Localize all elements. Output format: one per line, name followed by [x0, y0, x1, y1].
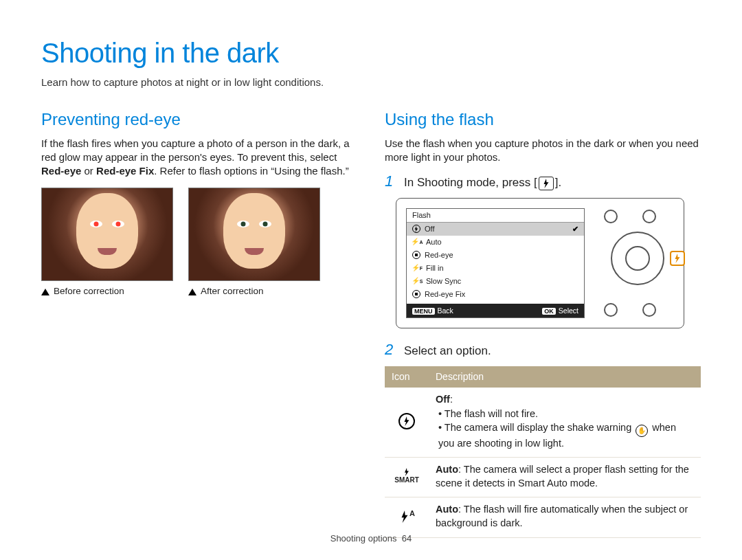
- check-icon: ✔: [572, 224, 578, 234]
- footer-section: Shooting options: [330, 533, 397, 544]
- step-2: 2 Select an option.: [385, 342, 701, 359]
- menu-pill: MENU: [412, 308, 435, 315]
- dpad: [611, 232, 664, 285]
- step-number-1: 1: [385, 174, 397, 189]
- flash-button-callout: [670, 251, 685, 266]
- after-caption: After correction: [201, 286, 264, 296]
- redeye-bold-1: Red-eye: [41, 165, 81, 177]
- camera-button: [604, 210, 618, 223]
- camera-button: [604, 303, 618, 317]
- flash-key-icon: [539, 177, 554, 190]
- redeye-paragraph: If the flash fires when you capture a ph…: [41, 137, 357, 179]
- menu-item-label: Slow Sync: [426, 276, 461, 287]
- footer-back[interactable]: MENUBack: [412, 306, 453, 315]
- menu-item-auto[interactable]: ⚡A Auto: [407, 236, 584, 249]
- footer-page-number: 64: [402, 533, 412, 544]
- menu-item-label: Auto: [426, 237, 442, 247]
- menu-item-label: Fill in: [426, 263, 444, 273]
- footer-select[interactable]: OKSelect: [542, 306, 578, 315]
- flash-options-table: Icon Description Off: The flash will not…: [385, 366, 701, 538]
- menu-item-label: Red-eye: [425, 250, 453, 260]
- footer-back-label: Back: [438, 306, 453, 315]
- flash-off-icon: [398, 413, 415, 429]
- row-auto-title: Auto: [436, 504, 458, 515]
- row-off-bullet-1: The flash will not fire.: [438, 407, 694, 421]
- redeye-text-post: . Refer to flash options in “Using the f…: [154, 165, 348, 177]
- row-auto-text: : The flash will fire automatically when…: [436, 504, 688, 528]
- triangle-up-icon: [188, 289, 196, 295]
- table-row: A Auto: The flash will fire automaticall…: [385, 497, 701, 537]
- menu-item-off[interactable]: Off ✔: [407, 223, 584, 236]
- table-header-desc: Description: [429, 366, 701, 388]
- step1-text-post: ].: [555, 176, 561, 189]
- menu-title: Flash: [407, 209, 584, 223]
- smart-auto-icon: SMART: [394, 468, 419, 484]
- row-smart-title: Auto: [436, 464, 458, 475]
- ok-pill: OK: [542, 308, 556, 315]
- menu-item-label: Off: [425, 224, 434, 234]
- step-number-2: 2: [385, 342, 397, 357]
- camera-screen: Flash Off ✔ ⚡A Auto Red-eye: [406, 208, 585, 318]
- row-off-b2-pre: The camera will display the shake warnin…: [445, 422, 634, 433]
- auto-sup: A: [409, 509, 414, 517]
- camera-button: [642, 303, 656, 317]
- after-photo: [188, 188, 320, 281]
- redeye-text-mid: or: [81, 165, 96, 177]
- shake-warning-icon: ✋: [636, 425, 648, 437]
- section-heading-flash: Using the flash: [385, 109, 701, 131]
- flash-auto-icon: ⚡A: [412, 238, 422, 246]
- row-off-bullet-2: The camera will display the shake warnin…: [438, 421, 694, 450]
- redeye-bold-2: Red-eye Fix: [96, 165, 154, 177]
- camera-button: [642, 210, 656, 223]
- red-eye-fix-icon: [412, 290, 420, 298]
- menu-item-redeye[interactable]: Red-eye: [407, 249, 584, 262]
- menu-item-fillin[interactable]: ⚡F Fill in: [407, 262, 584, 275]
- step2-text: Select an option.: [404, 342, 491, 359]
- menu-item-redeyefix[interactable]: Red-eye Fix: [407, 288, 584, 301]
- row-smart-text: : The camera will select a proper flash …: [436, 464, 689, 489]
- page-footer: Shooting options 64: [0, 533, 742, 545]
- triangle-up-icon: [41, 289, 49, 295]
- slow-sync-icon: ⚡S: [412, 277, 422, 285]
- flash-auto-icon: A: [400, 508, 414, 526]
- smart-label: SMART: [394, 476, 419, 484]
- flash-off-icon: [412, 225, 420, 233]
- before-caption: Before correction: [54, 286, 124, 296]
- menu-item-slowsync[interactable]: ⚡S Slow Sync: [407, 275, 584, 288]
- right-column: Using the flash Use the flash when you c…: [385, 109, 701, 537]
- after-photo-block: After correction: [188, 188, 320, 298]
- flash-intro: Use the flash when you capture photos in…: [385, 137, 701, 165]
- page-title: Shooting in the dark: [41, 34, 701, 71]
- table-header-icon: Icon: [385, 366, 429, 388]
- menu-item-label: Red-eye Fix: [425, 289, 465, 300]
- step-1: 1 In Shooting mode, press [].: [385, 174, 701, 191]
- section-heading-redeye: Preventing red-eye: [41, 109, 357, 131]
- footer-select-label: Select: [559, 306, 578, 315]
- redeye-text-pre: If the flash fires when you capture a ph…: [41, 137, 350, 163]
- before-photo-block: Before correction: [41, 188, 173, 298]
- page-intro: Learn how to capture photos at night or …: [41, 76, 701, 89]
- before-photo: [41, 188, 173, 281]
- red-eye-icon: [412, 251, 420, 259]
- left-column: Preventing red-eye If the flash fires wh…: [41, 109, 357, 537]
- camera-diagram: Flash Off ✔ ⚡A Auto Red-eye: [396, 198, 684, 328]
- table-row: Off: The flash will not fire. The camera…: [385, 388, 701, 458]
- row-off-title: Off: [436, 394, 450, 405]
- fill-in-icon: ⚡F: [412, 264, 422, 272]
- step1-text-pre: In Shooting mode, press [: [404, 176, 537, 189]
- table-row: SMART Auto: The camera will select a pro…: [385, 458, 701, 497]
